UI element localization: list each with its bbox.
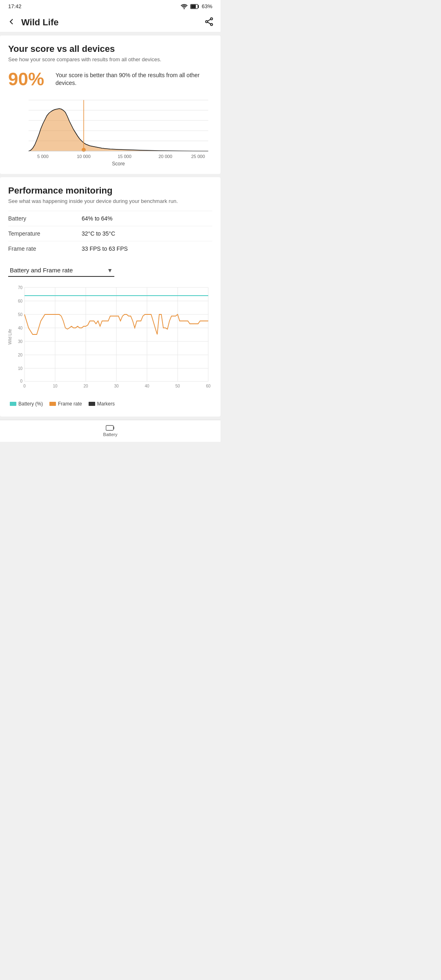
svg-text:60: 60 (18, 299, 23, 303)
framerate-swatch (49, 402, 56, 406)
share-button[interactable] (204, 17, 214, 28)
svg-text:Score: Score (112, 161, 125, 167)
perf-table: Battery 64% to 64% Temperature 32°C to 3… (8, 211, 212, 256)
svg-point-4 (206, 21, 208, 23)
score-percentile: 90% (8, 69, 49, 89)
legend-battery: Battery (%) (10, 401, 43, 407)
perf-row-framerate: Frame rate 33 FPS to 63 FPS (8, 241, 212, 256)
svg-text:50: 50 (175, 384, 180, 388)
svg-text:20 000: 20 000 (158, 154, 172, 159)
status-time: 17:42 (8, 3, 22, 9)
back-button[interactable] (7, 17, 16, 28)
svg-text:40: 40 (145, 384, 149, 388)
perf-label-battery: Battery (8, 215, 82, 222)
battery-tab-icon (106, 425, 115, 431)
battery-percent: 63% (202, 3, 212, 9)
svg-text:20: 20 (18, 353, 23, 357)
page-title: Wild Life (21, 17, 199, 28)
legend-markers: Markers (89, 401, 115, 407)
back-icon (7, 17, 16, 27)
share-icon (204, 17, 214, 27)
svg-text:10: 10 (18, 366, 23, 371)
legend-markers-label: Markers (97, 401, 115, 407)
svg-text:0: 0 (20, 379, 22, 383)
svg-text:30: 30 (18, 339, 23, 344)
svg-text:30: 30 (114, 384, 119, 388)
legend-framerate: Frame rate (49, 401, 82, 407)
top-bar: Wild Life (0, 13, 220, 32)
svg-text:10: 10 (53, 384, 58, 388)
svg-line-6 (207, 19, 210, 21)
markers-swatch (89, 402, 95, 406)
perf-value-battery: 64% to 64% (82, 215, 113, 222)
legend-battery-label: Battery (%) (18, 401, 43, 407)
score-description: Your score is better than 90% of the res… (56, 71, 212, 87)
battery-icon (190, 4, 199, 9)
svg-point-5 (211, 24, 213, 26)
svg-rect-2 (191, 4, 196, 8)
perf-label-framerate: Frame rate (8, 245, 82, 252)
chart-selector[interactable]: Battery and Frame rate ▼ (8, 264, 114, 277)
svg-line-7 (207, 22, 210, 24)
legend-framerate-label: Frame rate (58, 401, 82, 407)
perf-value-framerate: 33 FPS to 63 FPS (82, 245, 128, 252)
dropdown-arrow-icon: ▼ (107, 267, 113, 274)
performance-card: Performance monitoring See what was happ… (0, 177, 220, 416)
status-right: 63% (180, 3, 212, 9)
perf-row-temp: Temperature 32°C to 35°C (8, 226, 212, 241)
battery-tab[interactable]: Battery (103, 425, 118, 437)
perf-row-battery: Battery 64% to 64% (8, 211, 212, 226)
svg-text:10 000: 10 000 (77, 154, 91, 159)
chart-selector-label: Battery and Frame rate (10, 267, 107, 274)
svg-text:25 000: 25 000 (191, 154, 205, 159)
svg-text:Wild Life: Wild Life (8, 329, 12, 345)
svg-text:20: 20 (83, 384, 88, 388)
battery-tab-label: Battery (103, 432, 118, 437)
chart-legend: Battery (%) Frame rate Markers (8, 398, 212, 410)
distribution-chart: 5 000 10 000 15 000 20 000 25 000 Score (8, 96, 212, 167)
bottom-nav: Battery (0, 420, 220, 442)
svg-text:40: 40 (18, 326, 23, 330)
svg-rect-55 (106, 425, 114, 430)
perf-value-temp: 32°C to 35°C (82, 230, 115, 237)
svg-text:50: 50 (18, 312, 23, 317)
svg-text:60: 60 (206, 384, 211, 388)
score-card: Your score vs all devices See how your s… (0, 36, 220, 174)
svg-point-3 (211, 18, 213, 20)
battery-swatch (10, 402, 16, 406)
perf-title: Performance monitoring (8, 185, 212, 196)
wifi-icon (180, 4, 188, 9)
score-row: 90% Your score is better than 90% of the… (8, 69, 212, 89)
line-chart: 70 60 50 40 30 20 10 0 0 10 20 30 40 50 … (8, 283, 212, 398)
svg-point-0 (183, 8, 185, 9)
status-bar: 17:42 63% (0, 0, 220, 13)
score-title: Your score vs all devices (8, 44, 212, 54)
perf-subtitle: See what was happening inside your devic… (8, 198, 212, 205)
svg-text:15 000: 15 000 (118, 154, 131, 159)
perf-label-temp: Temperature (8, 230, 82, 237)
score-subtitle: See how your score compares with results… (8, 56, 212, 63)
svg-text:5 000: 5 000 (37, 154, 49, 159)
svg-text:0: 0 (23, 384, 26, 388)
svg-text:70: 70 (18, 285, 23, 290)
